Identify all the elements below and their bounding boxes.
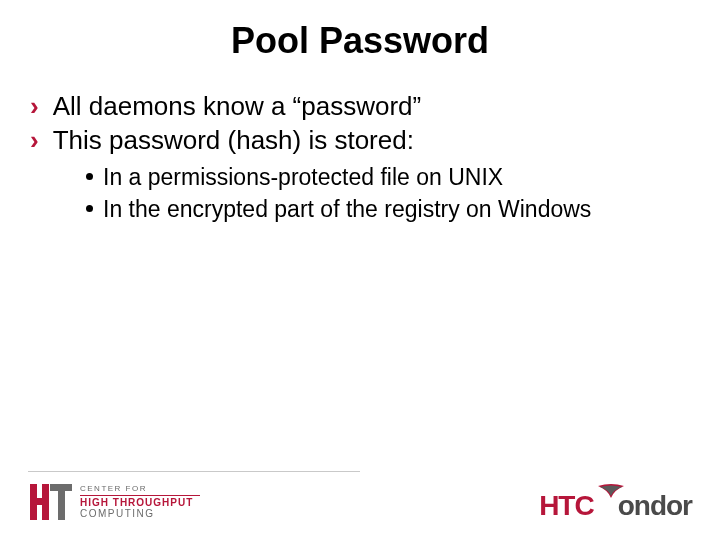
ht-mark-icon [28, 482, 72, 522]
sub-bullet-item: In a permissions-protected file on UNIX [86, 162, 690, 192]
sub-bullet-text: In the encrypted part of the registry on… [103, 194, 591, 224]
wing-icon [596, 484, 626, 500]
htcondor-logo: HTC ondor [539, 490, 692, 522]
sub-bullet-item: In the encrypted part of the registry on… [86, 194, 690, 224]
logo-divider [80, 495, 200, 496]
slide-footer: CENTER FOR HIGH THROUGHPUT COMPUTING HTC… [0, 482, 720, 522]
logo-line: COMPUTING [80, 509, 200, 520]
chtc-logo: CENTER FOR HIGH THROUGHPUT COMPUTING [28, 482, 200, 522]
slide-content: › All daemons know a “password” › This p… [0, 90, 720, 224]
bullet-item: › This password (hash) is stored: [30, 124, 690, 156]
chevron-right-icon: › [30, 90, 39, 122]
chtc-logo-text: CENTER FOR HIGH THROUGHPUT COMPUTING [80, 485, 200, 519]
bullet-item: › All daemons know a “password” [30, 90, 690, 122]
bullet-text: All daemons know a “password” [53, 90, 422, 122]
dot-icon [86, 173, 93, 180]
footer-divider [28, 471, 360, 472]
logo-text-part: ondor [618, 490, 692, 522]
sub-bullet-text: In a permissions-protected file on UNIX [103, 162, 503, 192]
logo-line: CENTER FOR [80, 485, 200, 493]
bullet-text: This password (hash) is stored: [53, 124, 414, 156]
dot-icon [86, 205, 93, 212]
slide-title: Pool Password [0, 0, 720, 90]
chevron-right-icon: › [30, 124, 39, 156]
logo-text-part: HTC [539, 490, 594, 522]
sub-bullet-list: In a permissions-protected file on UNIX … [30, 162, 690, 224]
